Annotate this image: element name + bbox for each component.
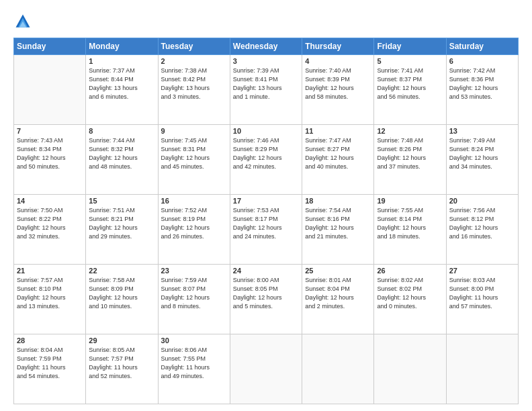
calendar-cell xyxy=(374,334,446,404)
day-info: Sunrise: 7:45 AM Sunset: 8:31 PM Dayligh… xyxy=(161,136,227,171)
calendar-cell: 9Sunrise: 7:45 AM Sunset: 8:31 PM Daylig… xyxy=(158,125,230,195)
calendar-cell xyxy=(230,334,302,404)
calendar-cell: 4Sunrise: 7:40 AM Sunset: 8:39 PM Daylig… xyxy=(302,55,374,125)
calendar-cell: 25Sunrise: 8:01 AM Sunset: 8:04 PM Dayli… xyxy=(302,265,374,334)
calendar-cell xyxy=(302,334,374,404)
calendar-cell: 22Sunrise: 7:58 AM Sunset: 8:09 PM Dayli… xyxy=(86,265,158,334)
day-number: 20 xyxy=(449,197,515,205)
logo-icon xyxy=(13,12,32,31)
day-info: Sunrise: 8:00 AM Sunset: 8:05 PM Dayligh… xyxy=(233,276,299,311)
day-info: Sunrise: 7:42 AM Sunset: 8:36 PM Dayligh… xyxy=(449,66,515,101)
day-info: Sunrise: 7:39 AM Sunset: 8:41 PM Dayligh… xyxy=(233,66,299,101)
day-info: Sunrise: 7:56 AM Sunset: 8:12 PM Dayligh… xyxy=(449,206,515,241)
day-info: Sunrise: 7:46 AM Sunset: 8:29 PM Dayligh… xyxy=(233,136,299,171)
calendar-cell: 7Sunrise: 7:43 AM Sunset: 8:34 PM Daylig… xyxy=(14,125,86,195)
calendar-cell: 20Sunrise: 7:56 AM Sunset: 8:12 PM Dayli… xyxy=(446,195,518,265)
calendar-cell: 12Sunrise: 7:48 AM Sunset: 8:26 PM Dayli… xyxy=(374,125,446,195)
calendar-cell: 1Sunrise: 7:37 AM Sunset: 8:44 PM Daylig… xyxy=(86,55,158,125)
day-number: 9 xyxy=(161,127,227,135)
day-number: 17 xyxy=(233,197,299,205)
day-number: 11 xyxy=(305,127,371,135)
logo xyxy=(13,12,35,31)
day-number: 8 xyxy=(89,127,154,135)
day-info: Sunrise: 7:52 AM Sunset: 8:19 PM Dayligh… xyxy=(161,206,227,241)
calendar-cell: 11Sunrise: 7:47 AM Sunset: 8:27 PM Dayli… xyxy=(302,125,374,195)
day-header-monday: Monday xyxy=(86,38,158,55)
page: SundayMondayTuesdayWednesdayThursdayFrid… xyxy=(0,0,532,411)
calendar-cell: 30Sunrise: 8:06 AM Sunset: 7:55 PM Dayli… xyxy=(158,334,230,404)
day-info: Sunrise: 7:48 AM Sunset: 8:26 PM Dayligh… xyxy=(377,136,443,171)
day-number: 25 xyxy=(305,267,371,275)
day-info: Sunrise: 7:38 AM Sunset: 8:42 PM Dayligh… xyxy=(161,66,227,101)
day-header-sunday: Sunday xyxy=(14,38,86,55)
calendar-cell: 3Sunrise: 7:39 AM Sunset: 8:41 PM Daylig… xyxy=(230,55,302,125)
day-number: 2 xyxy=(161,57,227,65)
day-info: Sunrise: 7:41 AM Sunset: 8:37 PM Dayligh… xyxy=(377,66,443,101)
day-number: 16 xyxy=(161,197,227,205)
day-info: Sunrise: 7:51 AM Sunset: 8:21 PM Dayligh… xyxy=(89,206,154,241)
day-number: 14 xyxy=(17,197,83,205)
day-info: Sunrise: 8:02 AM Sunset: 8:02 PM Dayligh… xyxy=(377,276,443,311)
calendar-cell: 13Sunrise: 7:49 AM Sunset: 8:24 PM Dayli… xyxy=(446,125,518,195)
calendar-cell: 15Sunrise: 7:51 AM Sunset: 8:21 PM Dayli… xyxy=(86,195,158,265)
day-number: 3 xyxy=(233,57,299,65)
day-number: 21 xyxy=(17,267,83,275)
day-info: Sunrise: 7:37 AM Sunset: 8:44 PM Dayligh… xyxy=(89,66,154,101)
day-info: Sunrise: 7:44 AM Sunset: 8:32 PM Dayligh… xyxy=(89,136,154,171)
day-number: 23 xyxy=(161,267,227,275)
calendar-cell: 6Sunrise: 7:42 AM Sunset: 8:36 PM Daylig… xyxy=(446,55,518,125)
calendar-cell: 19Sunrise: 7:55 AM Sunset: 8:14 PM Dayli… xyxy=(374,195,446,265)
calendar-cell: 2Sunrise: 7:38 AM Sunset: 8:42 PM Daylig… xyxy=(158,55,230,125)
calendar-cell: 21Sunrise: 7:57 AM Sunset: 8:10 PM Dayli… xyxy=(14,265,86,334)
day-number: 6 xyxy=(449,57,515,65)
day-info: Sunrise: 7:57 AM Sunset: 8:10 PM Dayligh… xyxy=(17,276,83,311)
calendar-week-3: 14Sunrise: 7:50 AM Sunset: 8:22 PM Dayli… xyxy=(14,195,519,265)
day-info: Sunrise: 7:50 AM Sunset: 8:22 PM Dayligh… xyxy=(17,206,83,241)
day-number: 4 xyxy=(305,57,371,65)
day-number: 5 xyxy=(377,57,443,65)
header xyxy=(13,12,519,31)
calendar-cell: 28Sunrise: 8:04 AM Sunset: 7:59 PM Dayli… xyxy=(14,334,86,404)
day-info: Sunrise: 7:47 AM Sunset: 8:27 PM Dayligh… xyxy=(305,136,371,171)
calendar-cell: 26Sunrise: 8:02 AM Sunset: 8:02 PM Dayli… xyxy=(374,265,446,334)
calendar-cell: 14Sunrise: 7:50 AM Sunset: 8:22 PM Dayli… xyxy=(14,195,86,265)
calendar-cell: 18Sunrise: 7:54 AM Sunset: 8:16 PM Dayli… xyxy=(302,195,374,265)
day-info: Sunrise: 7:59 AM Sunset: 8:07 PM Dayligh… xyxy=(161,276,227,311)
day-number: 26 xyxy=(377,267,443,275)
day-number: 22 xyxy=(89,267,154,275)
calendar-cell: 16Sunrise: 7:52 AM Sunset: 8:19 PM Dayli… xyxy=(158,195,230,265)
day-number: 13 xyxy=(449,127,515,135)
day-number: 7 xyxy=(17,127,83,135)
calendar-week-1: 1Sunrise: 7:37 AM Sunset: 8:44 PM Daylig… xyxy=(14,55,519,125)
calendar-table: SundayMondayTuesdayWednesdayThursdayFrid… xyxy=(13,38,519,404)
calendar-cell: 17Sunrise: 7:53 AM Sunset: 8:17 PM Dayli… xyxy=(230,195,302,265)
calendar-cell: 24Sunrise: 8:00 AM Sunset: 8:05 PM Dayli… xyxy=(230,265,302,334)
calendar-cell xyxy=(446,334,518,404)
day-header-saturday: Saturday xyxy=(446,38,518,55)
calendar-cell: 10Sunrise: 7:46 AM Sunset: 8:29 PM Dayli… xyxy=(230,125,302,195)
day-info: Sunrise: 7:58 AM Sunset: 8:09 PM Dayligh… xyxy=(89,276,154,311)
calendar-cell: 8Sunrise: 7:44 AM Sunset: 8:32 PM Daylig… xyxy=(86,125,158,195)
day-number: 27 xyxy=(449,267,515,275)
calendar-week-5: 28Sunrise: 8:04 AM Sunset: 7:59 PM Dayli… xyxy=(14,334,519,404)
calendar-cell: 27Sunrise: 8:03 AM Sunset: 8:00 PM Dayli… xyxy=(446,265,518,334)
day-info: Sunrise: 7:40 AM Sunset: 8:39 PM Dayligh… xyxy=(305,66,371,101)
day-number: 19 xyxy=(377,197,443,205)
day-info: Sunrise: 8:04 AM Sunset: 7:59 PM Dayligh… xyxy=(17,346,83,381)
calendar-cell: 29Sunrise: 8:05 AM Sunset: 7:57 PM Dayli… xyxy=(86,334,158,404)
day-header-friday: Friday xyxy=(374,38,446,55)
day-info: Sunrise: 8:05 AM Sunset: 7:57 PM Dayligh… xyxy=(89,346,154,381)
day-number: 24 xyxy=(233,267,299,275)
day-number: 1 xyxy=(89,57,154,65)
day-number: 30 xyxy=(161,336,227,345)
day-number: 28 xyxy=(17,336,83,345)
day-number: 12 xyxy=(377,127,443,135)
day-number: 10 xyxy=(233,127,299,135)
day-header-tuesday: Tuesday xyxy=(158,38,230,55)
calendar-cell: 23Sunrise: 7:59 AM Sunset: 8:07 PM Dayli… xyxy=(158,265,230,334)
day-header-wednesday: Wednesday xyxy=(230,38,302,55)
day-header-thursday: Thursday xyxy=(302,38,374,55)
day-info: Sunrise: 7:54 AM Sunset: 8:16 PM Dayligh… xyxy=(305,206,371,241)
day-info: Sunrise: 8:03 AM Sunset: 8:00 PM Dayligh… xyxy=(449,276,515,311)
calendar-week-4: 21Sunrise: 7:57 AM Sunset: 8:10 PM Dayli… xyxy=(14,265,519,334)
